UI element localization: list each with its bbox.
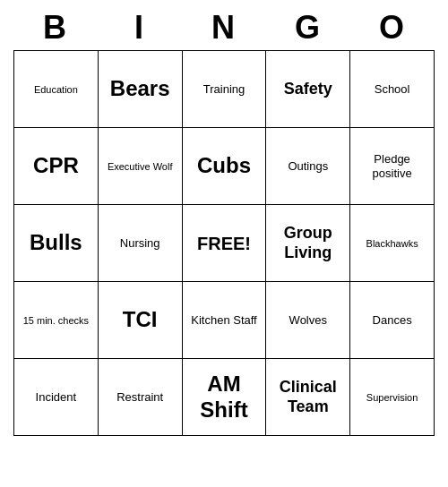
bingo-cell: School	[350, 51, 435, 128]
bingo-cell: 15 min. checks	[14, 282, 99, 359]
bingo-cell: CPR	[14, 128, 99, 205]
bingo-cell: Bulls	[14, 205, 99, 282]
bingo-cell: FREE!	[182, 205, 266, 282]
bingo-cell: Pledge positive	[350, 128, 435, 205]
bingo-cell: Training	[182, 51, 266, 128]
bingo-cell: Education	[14, 51, 99, 128]
bingo-cell: Outings	[266, 128, 350, 205]
bingo-cell: Safety	[266, 51, 350, 128]
bingo-cell: Kitchen Staff	[182, 282, 266, 359]
bingo-cell: Executive Wolf	[98, 128, 182, 205]
bingo-header: BINGO	[13, 9, 435, 47]
bingo-cell: TCI	[98, 282, 182, 359]
bingo-cell: Supervision	[350, 359, 435, 436]
bingo-cell: Group Living	[266, 205, 350, 282]
bingo-grid: EducationBearsTrainingSafetySchoolCPRExe…	[13, 50, 435, 436]
bingo-cell: Bears	[98, 51, 182, 128]
bingo-cell: Cubs	[182, 128, 266, 205]
header-letter: O	[350, 9, 435, 47]
bingo-cell: Clinical Team	[266, 359, 350, 436]
bingo-cell: Nursing	[98, 205, 182, 282]
header-letter: I	[98, 9, 182, 47]
bingo-cell: Incident	[14, 359, 99, 436]
bingo-cell: Dances	[350, 282, 435, 359]
header-letter: B	[13, 9, 98, 47]
bingo-cell: Restraint	[98, 359, 182, 436]
bingo-cell: Wolves	[266, 282, 350, 359]
header-letter: N	[182, 9, 266, 47]
header-letter: G	[266, 9, 350, 47]
bingo-cell: Blackhawks	[350, 205, 435, 282]
bingo-cell: AM Shift	[182, 359, 266, 436]
